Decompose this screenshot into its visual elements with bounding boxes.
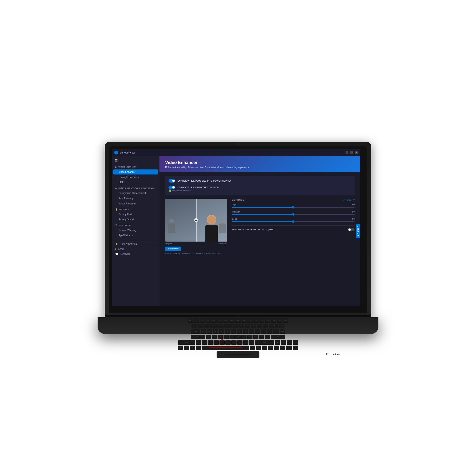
minimize-button[interactable]: — <box>346 151 348 154</box>
key-9[interactable]: 9 <box>245 324 250 328</box>
key-del[interactable]: Del <box>283 318 288 323</box>
key-f4[interactable]: F4 <box>212 318 217 323</box>
key-arrow-left[interactable]: ◀ <box>262 346 267 350</box>
toggle-enable-plugged[interactable] <box>169 179 175 183</box>
sidebar-item-auto-framing[interactable]: Auto Framing <box>113 196 158 201</box>
key-d[interactable]: D <box>218 335 223 340</box>
hamburger-menu[interactable]: ☰ <box>112 157 159 164</box>
key-slash[interactable]: / <box>249 340 255 345</box>
key-3[interactable]: 3 <box>209 324 215 328</box>
key-numpad-enter[interactable]: ↵ <box>293 346 298 350</box>
key-shift-right[interactable]: Shift <box>255 340 274 345</box>
key-semicolon[interactable]: ; <box>259 335 264 340</box>
key-space[interactable] <box>202 346 249 350</box>
key-f5[interactable]: F5 <box>218 318 223 323</box>
key-alt-right[interactable]: Alt <box>250 346 255 350</box>
sidebar-item-background-concealment[interactable]: Background Concealment <box>113 191 158 196</box>
key-ctrl-left[interactable]: Ctrl <box>178 346 183 350</box>
key-end[interactable]: End <box>271 318 276 323</box>
reset-button[interactable]: ↺ RESET ? <box>343 199 355 201</box>
key-a[interactable]: A <box>206 335 211 340</box>
key-f6[interactable]: F6 <box>223 318 229 323</box>
key-f1[interactable]: F1 <box>194 318 199 323</box>
maximize-button[interactable]: □ <box>350 151 353 154</box>
key-esc[interactable]: Esc <box>188 318 193 323</box>
key-7[interactable]: 7 <box>233 324 238 328</box>
sidebar-item-hdr[interactable]: HDR <box>113 180 158 185</box>
key-backspace[interactable]: ⌫ <box>269 324 278 328</box>
key-numpad-dot[interactable]: . <box>286 346 292 350</box>
key-g[interactable]: G <box>229 335 235 340</box>
key-minus[interactable]: - <box>257 324 262 328</box>
key-shift-left[interactable]: Shift <box>178 340 195 345</box>
sidebar-item-video-enhancer[interactable]: Video Enhancer <box>113 170 158 174</box>
key-0[interactable]: 0 <box>251 324 256 328</box>
key-f2[interactable]: F2 <box>200 318 205 323</box>
slider-light-thumb[interactable] <box>292 206 294 208</box>
key-s[interactable]: S <box>212 335 217 340</box>
toggle-enable-battery[interactable] <box>169 186 175 189</box>
key-alt-left[interactable]: Alt <box>196 346 201 350</box>
slider-intensity-thumb[interactable] <box>292 213 294 216</box>
sidebar-item-posture-warning[interactable]: Posture Warning <box>113 228 158 233</box>
help-icon[interactable]: ? <box>200 161 201 165</box>
key-b[interactable]: B <box>220 340 225 345</box>
key-p[interactable]: P <box>255 329 260 334</box>
key-6[interactable]: 6 <box>227 324 233 328</box>
close-button[interactable]: ✕ <box>355 151 358 154</box>
key-z[interactable]: Z <box>196 340 201 345</box>
key-f[interactable]: F <box>223 335 229 340</box>
key-f7[interactable]: F7 <box>229 318 235 323</box>
key-k[interactable]: K <box>247 335 253 340</box>
key-f11[interactable]: F11 <box>253 318 258 323</box>
key-u[interactable]: U <box>237 329 242 334</box>
key-numpad-0[interactable]: 0 <box>280 346 285 350</box>
key-f9[interactable]: F9 <box>241 318 247 323</box>
key-v[interactable]: V <box>214 340 219 345</box>
key-ctrl-right[interactable]: Ctrl <box>256 346 261 350</box>
trackpad[interactable] <box>217 351 259 358</box>
key-h[interactable]: H <box>235 335 241 340</box>
key-t[interactable]: T <box>225 329 230 334</box>
key-n[interactable]: N <box>225 340 231 345</box>
key-numpad-2[interactable]: 2 <box>287 340 292 345</box>
key-arrow-down[interactable]: ▼ <box>268 346 273 350</box>
key-comma[interactable]: , <box>237 340 242 345</box>
key-l[interactable]: L <box>253 335 258 340</box>
key-f3[interactable]: F3 <box>206 318 211 323</box>
key-m[interactable]: M <box>231 340 237 345</box>
key-y[interactable]: Y <box>231 329 236 334</box>
sidebar-item-eye-wellness[interactable]: Eye Wellness <box>113 233 158 238</box>
sidebar-battery-settings[interactable]: 🔋 Battery Settings <box>112 241 159 247</box>
key-fn[interactable]: Fn <box>184 346 189 350</box>
key-o[interactable]: O <box>249 329 254 334</box>
key-arrow-right[interactable]: ▶ <box>274 346 279 350</box>
key-tab[interactable]: Tab <box>191 329 200 334</box>
key-enter[interactable]: Enter <box>271 335 285 340</box>
key-w[interactable]: W <box>207 329 212 334</box>
key-pgup[interactable]: PgU <box>279 324 284 328</box>
key-numpad-3[interactable]: 3 <box>293 340 298 345</box>
key-bracket-open[interactable]: [ <box>261 329 266 334</box>
tnr-toggle[interactable] <box>348 228 355 231</box>
key-2[interactable]: 2 <box>204 324 209 328</box>
key-j[interactable]: J <box>241 335 247 340</box>
key-backslash[interactable]: \ <box>272 329 279 334</box>
key-1[interactable]: 1 <box>198 324 203 328</box>
key-pgdn[interactable]: PgD <box>280 329 285 334</box>
sidebar-item-privacy-alert[interactable]: Privacy Alert <box>113 212 158 217</box>
key-backtick[interactable]: ` <box>192 324 197 328</box>
key-super[interactable]: ⊞ <box>190 346 195 350</box>
key-x[interactable]: X <box>202 340 207 345</box>
sidebar-item-low-light-enhancer[interactable]: Low-light Enhancer <box>113 175 158 180</box>
key-ins[interactable]: Ins <box>277 318 282 323</box>
key-8[interactable]: 8 <box>239 324 244 328</box>
sidebar-about[interactable]: ℹ About <box>112 247 159 252</box>
key-f10[interactable]: F10 <box>247 318 253 323</box>
key-4[interactable]: 4 <box>215 324 221 328</box>
key-caps[interactable]: Caps <box>191 335 205 340</box>
key-home[interactable]: Hm <box>265 318 270 323</box>
key-numpad-1[interactable]: 1 <box>281 340 286 345</box>
key-bracket-close[interactable]: ] <box>267 329 272 334</box>
key-i[interactable]: I <box>243 329 248 334</box>
